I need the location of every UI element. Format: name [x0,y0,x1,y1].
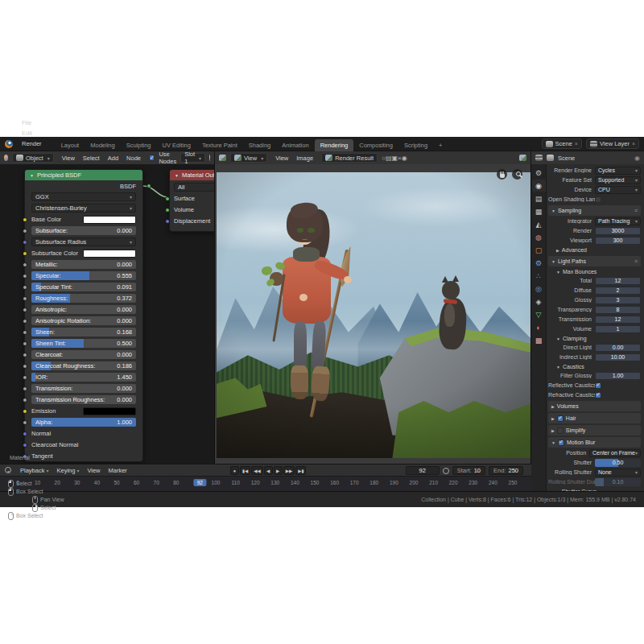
tab-object[interactable]: ▢ [532,244,546,256]
image-name-field[interactable]: Render Result [321,153,378,163]
tab-workspace-shading[interactable]: Shading [243,139,277,151]
slider-anisotropic[interactable]: Anisotropic:0.000 [31,305,136,314]
field-render[interactable]: 3000 [595,227,641,235]
field-transmission[interactable]: 12 [595,316,641,324]
panel-motion-blur[interactable]: Motion Blur [548,437,641,448]
tab-workspace-sculpting[interactable]: Sculpting [121,139,157,151]
dropdown-rolling-shutter[interactable]: None [595,469,641,477]
node-header[interactable]: Principled BSDF [25,170,142,180]
dropdown-feature-set[interactable]: Supported [595,176,641,184]
slider-metallic[interactable]: Metallic:0.000 [31,260,136,269]
tab-workspace-rendering[interactable]: Rendering [315,139,354,151]
pin-icon[interactable]: ◉ [402,155,407,162]
socket-yellow[interactable] [23,251,27,256]
field-diffuse[interactable]: 2 [595,287,641,295]
socket-yellow[interactable] [23,409,27,414]
pan-gizmo[interactable] [497,169,507,180]
slider-sheen-tint[interactable]: Sheen Tint:0.500 [31,339,136,348]
timeline-menu-view[interactable]: View [83,465,104,476]
dropdown-subsurface-radius[interactable]: Subsurface Radius [31,237,136,246]
tab-tool[interactable]: ⚙ [532,167,546,179]
field-direct-light[interactable]: 0.00 [595,344,641,352]
socket-purple[interactable] [165,219,170,224]
jump-to-end-button[interactable]: ▶▮ [295,466,306,475]
panel-checkbox[interactable] [557,415,564,422]
shader-menu-add[interactable]: Add [104,153,122,163]
zoom-gizmo[interactable] [512,169,522,180]
checkbox-refractive-caustics[interactable] [595,392,601,398]
use-nodes-checkbox[interactable] [149,155,155,161]
panel-clamping[interactable]: Clamping [548,334,641,343]
shader-menu-node[interactable]: Node [122,153,145,163]
slot-dropdown[interactable]: Slot 1 [180,153,205,163]
tab-workspace-compositing[interactable]: Compositing [353,139,398,151]
open-image-icon[interactable]: ▣ [391,155,398,162]
checkbox-reflective-caustics[interactable] [595,382,601,389]
editor-type-icon[interactable] [219,155,226,161]
socket-gray[interactable] [23,285,27,290]
panel-menu-icon[interactable] [634,208,638,213]
play-reverse-button[interactable]: ◀ [264,466,273,475]
checkbox-open-shading-language[interactable] [595,196,601,203]
tab-scene[interactable]: ◭ [532,218,546,230]
socket-gray[interactable] [23,319,27,324]
dropdown-render-engine[interactable]: Cycles [595,167,641,175]
socket-purple[interactable] [23,240,27,245]
slider-specular[interactable]: Specular:0.555 [31,271,136,280]
menu-edit[interactable]: Edit [18,128,47,138]
tab-texture[interactable]: ▩ [532,334,546,346]
field-total[interactable]: 12 [595,277,641,285]
principled-bsdf-node[interactable]: Principled BSDF BSDF GGXChristensen-Burl… [24,169,143,462]
panel-hair[interactable]: Hair [548,413,641,423]
clock-icon[interactable] [443,468,449,474]
scene-selector[interactable]: Scene × [542,138,582,149]
view-layer-selector[interactable]: View Layer × [586,138,639,149]
tab-workspace-texture-paint[interactable]: Texture Paint [196,139,243,151]
socket-gray[interactable] [23,229,27,233]
slider-roughness[interactable]: Roughness:0.372 [31,294,136,303]
field-indirect-light[interactable]: 10.00 [595,353,641,361]
image-menu-image[interactable]: Image [292,153,317,163]
dropdown-integrator[interactable]: Path Tracing [595,217,641,225]
tab-output[interactable]: ▤ [532,192,546,204]
field-volume[interactable]: 1 [595,325,641,333]
start-frame-field[interactable]: Start: 10 [452,466,485,475]
timeline-menu-playback[interactable]: Playback [16,465,52,476]
color-swatch-subsurface-color[interactable] [83,250,136,258]
tab-material[interactable]: ◐ [532,321,546,333]
shader-menu-view[interactable]: View [58,153,79,163]
slider-shutter[interactable]: 0.50 [595,459,641,467]
jump-to-start-button[interactable]: ▮◀ [240,466,250,475]
slider-clearcoat[interactable]: Clearcoat:0.000 [31,350,136,359]
tab-physics[interactable]: ◎ [532,283,546,295]
prev-keyframe-button[interactable]: ◀◀ [251,466,262,475]
panel-max-bounces[interactable]: Max Bounces [548,267,641,276]
dropdown-position[interactable]: Center on Frame [589,449,641,457]
editor-type-icon[interactable] [4,155,8,161]
slider-specular-tint[interactable]: Specular Tint:0.091 [31,283,136,291]
tab-workspace-layout[interactable]: Layout [56,139,85,151]
socket-gray[interactable] [23,341,27,346]
socket-gray[interactable] [23,386,27,391]
socket-green[interactable] [165,208,170,213]
panel-light-paths[interactable]: Light Paths [548,256,641,266]
blender-logo-icon[interactable] [5,140,13,148]
tab-world[interactable]: ◍ [532,231,546,243]
dropdown-ggx[interactable]: GGX [31,192,136,201]
slider-clearcoat-roughness[interactable]: Clearcoat Roughness:0.186 [31,361,136,370]
slider-transmission[interactable]: Transmission:0.000 [31,384,136,393]
slider-alpha[interactable]: Alpha:1.000 [31,418,136,427]
field-viewport[interactable]: 300 [595,237,641,245]
tab-workspace-uv-editing[interactable]: UV Editing [157,139,196,151]
tab-modifiers[interactable]: ⚙ [532,257,546,269]
tab-object-data[interactable]: ▽ [532,308,546,320]
socket-green[interactable] [165,196,170,201]
socket-gray[interactable] [23,308,27,312]
tab-constraints[interactable]: ◈ [532,295,546,308]
slider-anisotropic-rotation[interactable]: Anisotropic Rotation:0.000 [31,316,136,325]
material-output-node[interactable]: Material Output All SurfaceVolumeDisplac… [169,169,215,232]
view-mode-dropdown[interactable]: View [230,153,267,163]
editor-type-icon[interactable] [535,155,543,161]
timeline-menu-keying[interactable]: Keying [52,465,83,476]
timeline-menu-marker[interactable]: Marker [105,465,131,476]
